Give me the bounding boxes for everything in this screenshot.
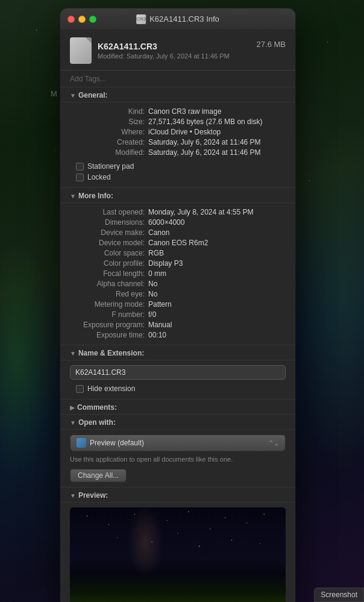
general-arrow-icon: ▼ (70, 92, 76, 99)
more-info-section: Last opened: Monday, July 8, 2024 at 4:5… (60, 203, 295, 345)
info-row-f-number: F number: f/0 (70, 309, 286, 319)
info-row-exposure-program: Exposure program: Manual (70, 319, 286, 330)
metering-mode-value: Pattern (148, 300, 286, 309)
general-section-header[interactable]: ▼ General: (60, 87, 295, 102)
info-row-exposure-time: Exposure time: 00:10 (70, 330, 286, 340)
info-row-size: Size: 27,571,346 bytes (27.6 MB on disk) (70, 116, 286, 127)
traffic-lights (67, 16, 96, 23)
stationery-label: Stationery pad (87, 162, 134, 171)
name-ext-arrow-icon: ▼ (70, 350, 76, 357)
size-label: Size: (70, 118, 148, 126)
focal-length-label: Focal length: (70, 269, 148, 278)
sidebar-label: M (51, 89, 57, 98)
info-row-metering-mode: Metering mode: Pattern (70, 299, 286, 309)
kind-label: Kind: (70, 107, 148, 116)
change-all-button[interactable]: Change All... (70, 469, 127, 482)
tags-area[interactable]: Add Tags... (60, 71, 295, 87)
file-name-info: K62A1411.CR3 Modified: Saturday, July 6,… (98, 42, 230, 60)
info-row-device-make: Device make: Canon (70, 227, 286, 237)
stationery-row[interactable]: Stationery pad (76, 161, 286, 172)
locked-label: Locked (87, 173, 111, 181)
hide-extension-label: Hide extension (87, 384, 135, 393)
minimize-button[interactable] (78, 16, 86, 23)
name-extension-label: Name & Extension: (78, 349, 144, 357)
file-icon (70, 37, 92, 64)
file-icon-area: K62A1411.CR3 Modified: Saturday, July 6,… (70, 37, 230, 64)
hide-extension-row[interactable]: Hide extension (76, 383, 286, 394)
comments-header[interactable]: ▶ Comments: (60, 400, 295, 415)
dimensions-value: 6000×4000 (148, 218, 286, 227)
color-profile-value: Display P3 (148, 259, 286, 268)
locked-checkbox[interactable] (76, 174, 84, 181)
exposure-time-label: Exposure time: (70, 331, 148, 339)
size-value: 27,571,346 bytes (27.6 MB on disk) (148, 118, 286, 126)
file-header: K62A1411.CR3 Modified: Saturday, July 6,… (60, 30, 295, 71)
info-row-where: Where: iCloud Drive • Desktop (70, 127, 286, 137)
file-modified: Modified: Saturday, July 6, 2024 at 11:4… (98, 52, 230, 60)
app-selector-left: Preview (default) (77, 438, 144, 448)
file-type-label: CR3 (136, 16, 146, 22)
app-selector[interactable]: Preview (default) ⌃⌄ (70, 434, 286, 451)
last-opened-label: Last opened: (70, 208, 148, 216)
open-with-header[interactable]: ▼ Open with: (60, 415, 295, 430)
more-info-section-header[interactable]: ▼ More Info: (60, 188, 295, 203)
hide-extension-checkbox[interactable] (76, 385, 84, 393)
exposure-time-value: 00:10 (148, 331, 286, 339)
more-info-arrow-icon: ▼ (70, 193, 76, 199)
name-extension-header[interactable]: ▼ Name & Extension: (60, 345, 295, 360)
filename-input[interactable] (70, 365, 286, 380)
info-row-color-profile: Color profile: Display P3 (70, 258, 286, 268)
preview-section-header[interactable]: ▼ Preview: (60, 488, 295, 503)
info-window: CR3 K62A1411.CR3 Info K62A1411.CR3 Modif… (60, 8, 295, 602)
tags-input[interactable]: Add Tags... (70, 75, 106, 83)
info-row-red-eye: Red eye: No (70, 289, 286, 299)
alpha-channel-label: Alpha channel: (70, 280, 148, 288)
more-info-label: More Info: (78, 192, 113, 200)
info-row-last-opened: Last opened: Monday, July 8, 2024 at 4:5… (70, 207, 286, 217)
stationery-checkbox[interactable] (76, 163, 84, 171)
info-row-modified: Modified: Saturday, July 6, 2024 at 11:4… (70, 147, 286, 157)
file-name: K62A1411.CR3 (98, 42, 230, 51)
preview-arrow-icon: ▼ (70, 492, 76, 499)
titlebar: CR3 K62A1411.CR3 Info (60, 8, 295, 30)
open-with-arrow-icon: ▼ (70, 419, 76, 426)
preview-section (60, 503, 295, 602)
modified-value: Saturday, July 6, 2024 at 11:46 PM (148, 148, 286, 157)
maximize-button[interactable] (89, 16, 96, 23)
color-space-value: RGB (148, 249, 286, 257)
red-eye-value: No (148, 290, 286, 298)
window-title: CR3 K62A1411.CR3 Info (136, 14, 219, 24)
comments-label: Comments: (77, 403, 117, 412)
where-label: Where: (70, 128, 148, 136)
locked-row[interactable]: Locked (76, 172, 286, 183)
name-extension-section: Hide extension (60, 360, 295, 400)
comments-arrow-icon: ▶ (70, 404, 75, 411)
app-name: Preview (default) (90, 439, 144, 447)
general-label: General: (78, 91, 108, 99)
f-number-value: f/0 (148, 310, 286, 319)
exposure-program-label: Exposure program: (70, 321, 148, 329)
red-eye-label: Red eye: (70, 290, 148, 298)
dimensions-label: Dimensions: (70, 218, 148, 227)
open-with-label: Open with: (78, 418, 116, 427)
open-with-hint: Use this application to open all documen… (70, 455, 286, 464)
info-row-dimensions: Dimensions: 6000×4000 (70, 217, 286, 227)
screenshot-button[interactable]: Screenshot (314, 588, 364, 602)
created-label: Created: (70, 138, 148, 146)
device-make-value: Canon (148, 228, 286, 237)
device-model-value: Canon EOS R6m2 (148, 239, 286, 247)
preview-night-sky-bg (70, 507, 286, 602)
device-make-label: Device make: (70, 228, 148, 237)
info-row-kind: Kind: Canon CR3 raw image (70, 106, 286, 116)
info-row-created: Created: Saturday, July 6, 2024 at 11:46… (70, 137, 286, 147)
focal-length-value: 0 mm (148, 269, 286, 278)
alpha-channel-value: No (148, 280, 286, 288)
created-value: Saturday, July 6, 2024 at 11:46 PM (148, 138, 286, 146)
general-info-section: Kind: Canon CR3 raw image Size: 27,571,3… (60, 102, 295, 188)
preview-image (70, 507, 286, 602)
chevron-up-down-icon: ⌃⌄ (268, 439, 279, 447)
info-row-color-space: Color space: RGB (70, 248, 286, 258)
close-button[interactable] (67, 16, 75, 23)
info-row-device-model: Device model: Canon EOS R6m2 (70, 237, 286, 248)
metering-mode-label: Metering mode: (70, 300, 148, 309)
